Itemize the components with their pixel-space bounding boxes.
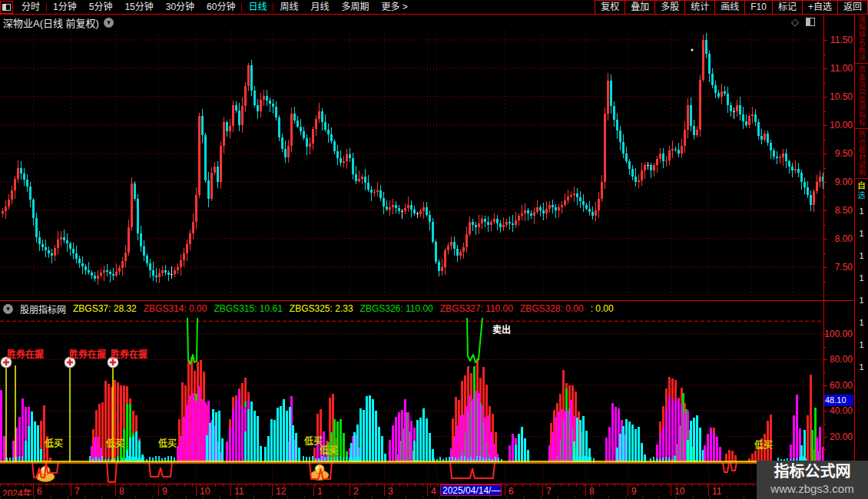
indicator-source[interactable]: 股朋指标网 bbox=[20, 302, 66, 316]
sidebar-tab-highlight[interactable]: 自 bbox=[857, 180, 866, 191]
period-item[interactable]: 30分钟 bbox=[160, 1, 200, 14]
price-axis-label: 10.50 bbox=[830, 91, 853, 102]
month-separator bbox=[115, 484, 116, 496]
window-layout-icon[interactable] bbox=[0, 1, 13, 14]
month-separator bbox=[313, 484, 314, 496]
sidebar-vertical-text: 热点题材说明 bbox=[855, 131, 868, 177]
indicator-axis-label: 100.00 bbox=[824, 329, 853, 339]
sidebar-number-fragment: 1 bbox=[859, 200, 863, 223]
sidebar-number-fragment: 1 bbox=[859, 312, 863, 334]
period-item[interactable]: 5分钟 bbox=[83, 1, 119, 14]
axis-minor-tick bbox=[824, 55, 826, 55]
period-item[interactable]: 1分钟 bbox=[47, 1, 83, 14]
period-toolbar: 分时1分钟5分钟15分钟30分钟60分钟日线周线月线多周期更多 > bbox=[15, 1, 414, 14]
hold-signal-label: 胜券在握 bbox=[111, 349, 147, 360]
sidebar-number-fragment: 1 bbox=[859, 267, 863, 289]
action-button[interactable]: 画线 bbox=[714, 1, 744, 15]
period-item[interactable]: 多周期 bbox=[336, 1, 376, 14]
indicator-axis-label: 20.00 bbox=[830, 431, 853, 442]
action-button[interactable]: 多股 bbox=[654, 1, 684, 15]
indicator-axis-label: 40.00 bbox=[830, 405, 853, 416]
month-separator bbox=[196, 484, 197, 496]
timeline-month: 10 bbox=[674, 486, 684, 497]
candlestick-chart[interactable] bbox=[0, 31, 823, 299]
price-axis-label: 8.50 bbox=[835, 205, 853, 216]
period-item[interactable]: 15分钟 bbox=[118, 1, 159, 14]
period-item[interactable]: 日线 bbox=[242, 1, 273, 14]
page-title: 深物业A(日线 前复权) bbox=[3, 15, 99, 30]
action-button[interactable]: +自选 bbox=[802, 1, 837, 15]
timeline-month: 1 bbox=[317, 486, 323, 497]
buy-signal-label: 低买 bbox=[44, 438, 63, 449]
axis-tick bbox=[824, 154, 827, 154]
indicator-chevron-icon[interactable]: ▾ bbox=[3, 304, 13, 314]
price-axis-label: 11.00 bbox=[830, 63, 853, 74]
sidebar-divider bbox=[855, 178, 868, 179]
axis-minor-tick bbox=[824, 83, 826, 84]
timeline-month: 11 bbox=[712, 486, 721, 497]
month-separator bbox=[272, 484, 273, 496]
timeline-month: 12 bbox=[276, 486, 286, 497]
indicator-value: ZBGS326: 110.00 bbox=[360, 303, 433, 314]
month-separator bbox=[71, 484, 71, 496]
axis-tick bbox=[824, 40, 827, 41]
sell-notch bbox=[187, 318, 197, 364]
axis-minor-tick bbox=[824, 168, 826, 169]
period-item[interactable]: 60分钟 bbox=[200, 1, 241, 14]
drawdown-curve bbox=[149, 462, 172, 477]
action-button[interactable]: 返回 bbox=[837, 1, 868, 15]
action-button[interactable]: 复权 bbox=[595, 1, 624, 15]
axis-minor-tick bbox=[824, 111, 826, 112]
sidebar-number-fragment: 1 bbox=[859, 334, 863, 356]
sidebar-vertical-text: 资金流向监测指标 bbox=[855, 65, 868, 127]
chevron-down-icon[interactable]: ▾ bbox=[104, 18, 114, 28]
drawdown-curve bbox=[450, 462, 495, 478]
axis-tick bbox=[824, 182, 827, 183]
timeline-month: 10 bbox=[200, 486, 210, 497]
month-separator bbox=[708, 484, 709, 496]
month-separator bbox=[230, 484, 231, 496]
candlesticks bbox=[2, 33, 823, 285]
month-separator bbox=[628, 484, 628, 496]
timeline[interactable]: 2024年 67891011121234678910112025/04/14/— bbox=[0, 484, 868, 496]
panel-split-icon[interactable] bbox=[806, 18, 815, 26]
action-button[interactable]: 统计 bbox=[684, 1, 714, 15]
axis-tick bbox=[824, 68, 827, 69]
action-button[interactable]: 标记 bbox=[772, 1, 802, 15]
top-toolbar: 分时1分钟5分钟15分钟30分钟60分钟日线周线月线多周期更多 > 复权叠加多股… bbox=[0, 0, 868, 15]
indicator-value: ZBGS327: 110.00 bbox=[440, 303, 513, 314]
indicator-chart[interactable]: 胜券在握胜券在握胜券在握低买低买低买低买低买低买卖出 bbox=[0, 316, 823, 484]
period-item[interactable]: 更多 > bbox=[376, 1, 414, 14]
sell-signal-label: 卖出 bbox=[492, 324, 511, 335]
indicator-value: ZBGS328: 0.00 bbox=[520, 303, 584, 314]
sidebar-number-fragment: 1 bbox=[859, 289, 863, 312]
price-axis-label: 10.00 bbox=[830, 120, 853, 131]
sidebar-divider bbox=[855, 128, 868, 129]
axis-minor-tick bbox=[824, 225, 826, 226]
watermark-title: 指标公式网 bbox=[757, 461, 868, 481]
indicator-axis-label: 60.00 bbox=[830, 380, 853, 391]
price-axis: 11.5011.0010.5010.009.509.008.508.007.50 bbox=[824, 31, 854, 300]
action-button[interactable]: 叠加 bbox=[624, 1, 654, 15]
buy-signal-label: 低买 bbox=[319, 444, 338, 456]
axis-tick bbox=[824, 267, 827, 268]
axis-minor-tick bbox=[824, 282, 826, 283]
selected-date: 2025/04/14/— bbox=[440, 484, 502, 496]
diamond-icon[interactable]: ◇ bbox=[791, 17, 799, 27]
axis-minor-tick bbox=[824, 253, 826, 254]
axis-minor-tick bbox=[824, 197, 826, 197]
period-item[interactable]: 周线 bbox=[273, 1, 304, 14]
indicator-value: : 0.00 bbox=[591, 303, 614, 314]
price-axis-label: 7.50 bbox=[835, 262, 853, 273]
period-item[interactable]: 月线 bbox=[305, 1, 336, 14]
indicator-axis: 100.0080.0060.0040.0020.0048.10 bbox=[824, 316, 854, 484]
timeline-month: 4 bbox=[431, 486, 436, 497]
sidebar-tab[interactable]: 选 bbox=[858, 191, 866, 200]
buy-signal-label: 低买 bbox=[754, 439, 773, 451]
timeline-month: 3 bbox=[388, 486, 393, 497]
timeline-month: 8 bbox=[119, 486, 124, 497]
month-separator bbox=[33, 484, 34, 496]
period-item[interactable]: 分时 bbox=[15, 1, 46, 14]
action-button[interactable]: F10 bbox=[744, 1, 772, 15]
timeline-month: 11 bbox=[234, 486, 244, 497]
